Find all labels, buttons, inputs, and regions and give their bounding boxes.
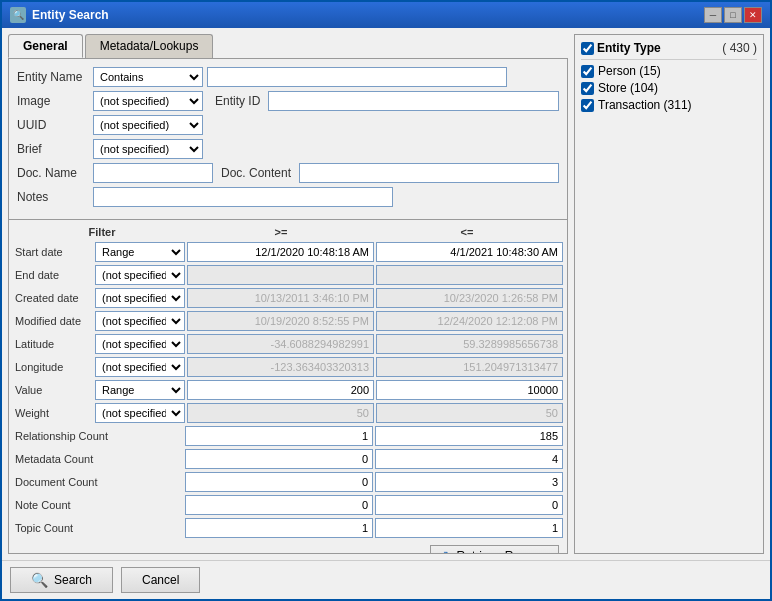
metadata-count-gte[interactable] [185, 449, 373, 469]
tab-general[interactable]: General [8, 34, 83, 58]
longitude-label: Longitude [13, 361, 93, 373]
brief-label: Brief [17, 142, 89, 156]
filter-row-weight: Weight (not specified) [13, 403, 563, 423]
cancel-button[interactable]: Cancel [121, 567, 200, 593]
gte-col-header: >= [189, 224, 373, 240]
document-count-gte[interactable] [185, 472, 373, 492]
notes-label: Notes [17, 190, 89, 204]
uuid-label: UUID [17, 118, 89, 132]
doc-name-label: Doc. Name [17, 166, 89, 180]
filter-row-longitude: Longitude (not specified) [13, 357, 563, 377]
created-date-gte [187, 288, 374, 308]
entity-store-checkbox[interactable] [581, 82, 594, 95]
weight-filter[interactable]: (not specified) [95, 403, 185, 423]
note-count-label: Note Count [13, 499, 183, 511]
entity-total-count: ( 430 ) [722, 41, 757, 55]
relationship-count-row: Relationship Count [13, 426, 563, 446]
weight-gte [187, 403, 374, 423]
note-count-gte[interactable] [185, 495, 373, 515]
entity-name-input[interactable] [207, 67, 507, 87]
minimize-button[interactable]: ─ [704, 7, 722, 23]
filter-row-value: Value Range [13, 380, 563, 400]
topic-count-row: Topic Count [13, 518, 563, 538]
tabs: General Metadata/Lookups [8, 34, 568, 58]
filter-col-header: Filter [17, 224, 187, 240]
end-date-lte[interactable] [376, 265, 563, 285]
end-date-label: End date [13, 269, 93, 281]
brief-filter[interactable]: (not specified) [93, 139, 203, 159]
modified-date-gte [187, 311, 374, 331]
note-count-lte[interactable] [375, 495, 563, 515]
start-date-label: Start date [13, 246, 93, 258]
uuid-filter[interactable]: (not specified) [93, 115, 203, 135]
filter-row-end-date: End date (not specified) [13, 265, 563, 285]
entity-person-checkbox[interactable] [581, 65, 594, 78]
value-filter[interactable]: Range [95, 380, 185, 400]
doc-row: Doc. Name Doc. Content [17, 163, 559, 183]
value-gte[interactable] [187, 380, 374, 400]
start-date-lte[interactable] [376, 242, 563, 262]
entity-item-store: Store (104) [581, 81, 757, 95]
refresh-icon: ↻ [443, 549, 453, 554]
end-date-gte[interactable] [187, 265, 374, 285]
retrieve-ranges-button[interactable]: ↻ Retrieve Ranges [430, 545, 559, 554]
end-date-filter[interactable]: (not specified) [95, 265, 185, 285]
latitude-label: Latitude [13, 338, 93, 350]
maximize-button[interactable]: □ [724, 7, 742, 23]
value-lte[interactable] [376, 380, 563, 400]
window-icon: 🔍 [10, 7, 26, 23]
notes-input[interactable] [93, 187, 393, 207]
latitude-filter[interactable]: (not specified) [95, 334, 185, 354]
entity-store-label: Store (104) [598, 81, 658, 95]
window-title: Entity Search [32, 8, 109, 22]
relationship-count-gte[interactable] [185, 426, 373, 446]
title-bar-left: 🔍 Entity Search [10, 7, 109, 23]
modified-date-filter[interactable]: (not specified) [95, 311, 185, 331]
notes-row: Notes [17, 187, 559, 207]
image-filter[interactable]: (not specified) [93, 91, 203, 111]
start-date-gte[interactable] [187, 242, 374, 262]
document-count-label: Document Count [13, 476, 183, 488]
relationship-count-label: Relationship Count [13, 430, 183, 442]
retrieve-btn-container: ↻ Retrieve Ranges [13, 541, 563, 554]
filter-row-modified-date: Modified date (not specified) [13, 311, 563, 331]
start-date-filter[interactable]: Range [95, 242, 185, 262]
retrieve-ranges-label: Retrieve Ranges [457, 549, 546, 554]
search-button[interactable]: 🔍 Search [10, 567, 113, 593]
created-date-filter[interactable]: (not specified) [95, 288, 185, 308]
created-date-lte [376, 288, 563, 308]
doc-name-input[interactable] [93, 163, 213, 183]
close-button[interactable]: ✕ [744, 7, 762, 23]
topic-count-lte[interactable] [375, 518, 563, 538]
document-count-row: Document Count [13, 472, 563, 492]
doc-content-input[interactable] [299, 163, 559, 183]
entity-name-filter[interactable]: Contains [93, 67, 203, 87]
topic-count-gte[interactable] [185, 518, 373, 538]
footer-bar: 🔍 Search Cancel [2, 560, 770, 599]
topic-count-label: Topic Count [13, 522, 183, 534]
entity-id-label: Entity ID [215, 94, 260, 108]
entity-type-header: Entity Type ( 430 ) [581, 41, 757, 60]
main-window: 🔍 Entity Search ─ □ ✕ General Metadata/L… [0, 0, 772, 601]
relationship-count-lte[interactable] [375, 426, 563, 446]
entity-transaction-label: Transaction (311) [598, 98, 692, 112]
longitude-filter[interactable]: (not specified) [95, 357, 185, 377]
document-count-lte[interactable] [375, 472, 563, 492]
filter-row-created-date: Created date (not specified) [13, 288, 563, 308]
filter-panel: Filter >= <= Start date Range End date (… [8, 220, 568, 554]
entity-id-input[interactable] [268, 91, 559, 111]
filter-header: Filter >= <= [13, 224, 563, 240]
entity-person-label: Person (15) [598, 64, 661, 78]
note-count-row: Note Count [13, 495, 563, 515]
entity-type-label-container: Entity Type [581, 41, 661, 55]
metadata-count-lte[interactable] [375, 449, 563, 469]
latitude-gte [187, 334, 374, 354]
entity-item-transaction: Transaction (311) [581, 98, 757, 112]
filter-row-start-date: Start date Range [13, 242, 563, 262]
entity-transaction-checkbox[interactable] [581, 99, 594, 112]
image-row: Image (not specified) Entity ID [17, 91, 559, 111]
tab-metadata-lookups[interactable]: Metadata/Lookups [85, 34, 214, 58]
filter-row-latitude: Latitude (not specified) [13, 334, 563, 354]
doc-content-label: Doc. Content [221, 166, 291, 180]
entity-type-checkbox[interactable] [581, 42, 594, 55]
